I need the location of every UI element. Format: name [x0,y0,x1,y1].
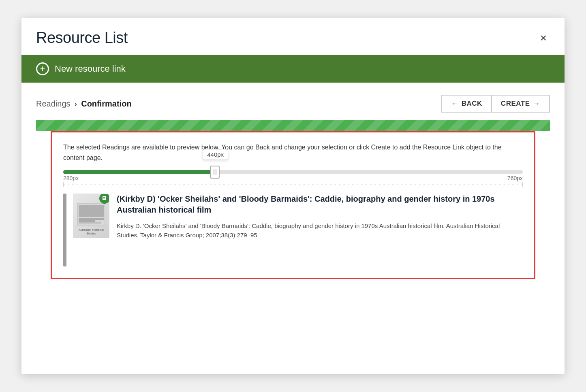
modal-header: Resource List × [21,18,565,55]
thumb-photo-svg [77,203,105,226]
left-bar [63,194,66,266]
thumb-label: Australian Historical Studies [75,227,107,236]
slider-ruler-labels: 280px 760px [63,175,523,181]
create-label: CREATE [501,100,530,108]
back-button[interactable]: ← BACK [441,95,491,113]
step-readings: Readings [36,99,71,109]
resource-citation: Kirkby D. 'Ocker Sheilahs' and 'Bloody B… [117,221,523,240]
svg-rect-11 [103,198,105,198]
close-button[interactable]: × [537,31,550,45]
slider-tooltip: 440px [203,149,228,160]
doc-icon-badge [99,194,109,204]
wizard-section: Readings › Confirmation ← BACK CREATE → [21,83,565,131]
ruler-dots-row [63,182,523,187]
svg-rect-8 [79,222,101,224]
resource-thumbnail: Australian Historical Studies [73,194,109,238]
plus-circle-icon: + [36,62,49,75]
back-arrow-icon: ← [451,100,458,108]
new-resource-link-banner[interactable]: + New resource link [21,55,565,83]
width-slider-container: 440px 280px 760px [63,170,523,187]
svg-rect-10 [103,197,105,198]
svg-rect-7 [79,220,95,222]
ruler-dots-svg [63,182,523,187]
svg-rect-5 [79,205,104,217]
progress-bar-fill [36,120,550,131]
slider-min-label: 280px [63,175,79,181]
svg-rect-6 [79,218,104,220]
slider-handle[interactable] [210,166,220,179]
wizard-nav: Readings › Confirmation ← BACK CREATE → [36,95,550,113]
resource-title: (Kirkby D) 'Ocker Sheilahs' and 'Bloody … [117,194,523,215]
modal-title: Resource List [36,29,128,47]
create-button[interactable]: CREATE → [491,95,550,113]
step-arrow-icon: › [75,99,77,109]
resource-info: (Kirkby D) 'Ocker Sheilahs' and 'Bloody … [117,194,523,240]
wizard-steps: Readings › Confirmation [36,99,132,109]
resource-item-inner: Australian Historical Studies [73,194,523,240]
document-icon [102,196,107,201]
wizard-actions: ← BACK CREATE → [441,95,550,113]
slider-fill [63,170,215,174]
back-label: BACK [462,100,482,108]
progress-bar [36,120,550,131]
banner-text: New resource link [55,64,126,74]
slider-max-label: 760px [507,175,523,181]
preview-text: The selected Readings are available to p… [63,142,523,163]
slider-track: 440px [63,170,523,174]
create-arrow-icon: → [533,100,541,108]
svg-rect-12 [103,199,105,199]
resource-item: Australian Historical Studies [63,194,523,266]
step-confirmation: Confirmation [81,99,131,109]
resource-list-modal: Resource List × + New resource link Read… [21,18,565,374]
content-area: The selected Readings are available to p… [51,131,535,279]
